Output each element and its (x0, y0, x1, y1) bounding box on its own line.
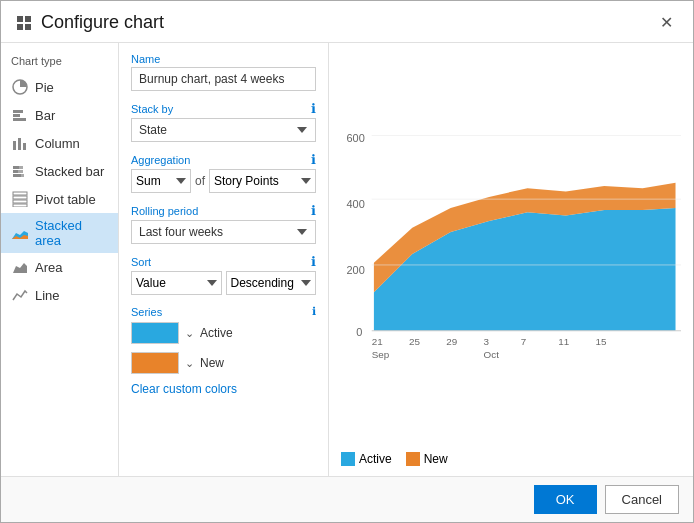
aggregation-field-select[interactable]: Story Points (209, 169, 316, 193)
ok-button[interactable]: OK (534, 485, 597, 514)
sort-info-icon[interactable]: ℹ (311, 254, 316, 269)
aggregation-label: Aggregation ℹ (131, 152, 316, 167)
chart-type-stacked-bar[interactable]: Stacked bar (1, 157, 118, 185)
stack-by-info-icon[interactable]: ℹ (311, 101, 316, 116)
chart-type-pivot[interactable]: Pivot table (1, 185, 118, 213)
area-label: Area (35, 260, 62, 275)
pie-icon (11, 78, 29, 96)
clear-colors-link[interactable]: Clear custom colors (131, 382, 237, 396)
legend-active-swatch (341, 452, 355, 466)
svg-rect-16 (21, 174, 24, 177)
series-group: Series ℹ ⌄ Active ⌄ New Clear custom col… (131, 305, 316, 396)
name-input[interactable] (131, 67, 316, 91)
svg-rect-2 (17, 24, 23, 30)
x-label-3: 3 (484, 336, 490, 347)
column-icon (11, 134, 29, 152)
svg-rect-15 (13, 174, 21, 177)
name-label: Name (131, 53, 316, 65)
sort-group: Sort ℹ Value Descending (131, 254, 316, 295)
svg-rect-1 (25, 16, 31, 22)
x-label-15: 15 (595, 336, 606, 347)
svg-rect-11 (13, 166, 19, 169)
dialog-title-bar: Configure chart ✕ (1, 1, 693, 43)
svg-rect-17 (13, 192, 27, 195)
new-series-name: New (200, 356, 224, 370)
stacked-bar-label: Stacked bar (35, 164, 104, 179)
legend-new: New (406, 452, 448, 466)
aggregation-sum-select[interactable]: Sum (131, 169, 191, 193)
svg-rect-3 (25, 24, 31, 30)
sort-row: Value Descending (131, 271, 316, 295)
active-series-name: Active (200, 326, 233, 340)
new-chevron-icon[interactable]: ⌄ (185, 357, 194, 370)
y-label-200: 200 (346, 264, 364, 276)
svg-rect-18 (13, 196, 27, 199)
y-label-0: 0 (356, 326, 362, 338)
svg-rect-10 (23, 143, 26, 150)
sort-order-select[interactable]: Descending (226, 271, 317, 295)
config-panel: Name Stack by ℹ State Aggregation ℹ (119, 43, 329, 476)
chart-type-column[interactable]: Column (1, 129, 118, 157)
chart-type-stacked-area[interactable]: Stacked area (1, 213, 118, 253)
new-color-swatch[interactable] (131, 352, 179, 374)
series-item-new: ⌄ New (131, 348, 316, 378)
series-item-active: ⌄ Active (131, 318, 316, 348)
month-sep: Sep (372, 349, 390, 360)
rolling-period-group: Rolling period ℹ Last four weeks (131, 203, 316, 244)
dialog-title-icon (15, 14, 33, 32)
svg-rect-5 (13, 110, 23, 113)
chart-type-area[interactable]: Area (1, 253, 118, 281)
chart-type-bar[interactable]: Bar (1, 101, 118, 129)
area-icon (11, 258, 29, 276)
chart-legend: Active New (341, 452, 681, 466)
active-color-swatch[interactable] (131, 322, 179, 344)
y-label-400: 400 (346, 198, 364, 210)
chart-preview-panel: 600 400 200 0 21 25 29 3 7 (329, 43, 693, 476)
svg-rect-8 (13, 141, 16, 150)
pivot-label: Pivot table (35, 192, 96, 207)
rolling-period-select[interactable]: Last four weeks (131, 220, 316, 244)
configure-chart-dialog: Configure chart ✕ Chart type Pie (0, 0, 694, 523)
aggregation-group: Aggregation ℹ Sum of Story Points (131, 152, 316, 193)
svg-rect-13 (13, 170, 18, 173)
legend-active-label: Active (359, 452, 392, 466)
svg-rect-7 (13, 118, 26, 121)
svg-marker-23 (13, 263, 27, 273)
sort-label: Sort ℹ (131, 254, 316, 269)
rolling-period-label: Rolling period ℹ (131, 203, 316, 218)
pie-label: Pie (35, 80, 54, 95)
svg-rect-20 (13, 204, 27, 207)
stacked-bar-icon (11, 162, 29, 180)
chart-area: 600 400 200 0 21 25 29 3 7 (341, 53, 681, 444)
chart-svg: 600 400 200 0 21 25 29 3 7 (341, 53, 681, 444)
rolling-period-info-icon[interactable]: ℹ (311, 203, 316, 218)
line-label: Line (35, 288, 60, 303)
aggregation-row: Sum of Story Points (131, 169, 316, 193)
series-label: Series ℹ (131, 305, 316, 318)
chart-type-pie[interactable]: Pie (1, 73, 118, 101)
stack-by-select[interactable]: State (131, 118, 316, 142)
bar-label: Bar (35, 108, 55, 123)
legend-new-label: New (424, 452, 448, 466)
aggregation-info-icon[interactable]: ℹ (311, 152, 316, 167)
pivot-icon (11, 190, 29, 208)
of-text: of (195, 174, 205, 188)
close-button[interactable]: ✕ (654, 11, 679, 34)
active-chevron-icon[interactable]: ⌄ (185, 327, 194, 340)
sort-field-select[interactable]: Value (131, 271, 222, 295)
x-label-11: 11 (558, 336, 569, 347)
svg-rect-9 (18, 138, 21, 150)
legend-new-swatch (406, 452, 420, 466)
dialog-title: Configure chart (41, 12, 654, 33)
series-info-icon[interactable]: ℹ (312, 305, 316, 318)
svg-rect-12 (19, 166, 23, 169)
svg-rect-14 (18, 170, 23, 173)
chart-type-header: Chart type (1, 51, 118, 73)
x-label-29: 29 (446, 336, 457, 347)
cancel-button[interactable]: Cancel (605, 485, 679, 514)
name-group: Name (131, 53, 316, 91)
chart-type-line[interactable]: Line (1, 281, 118, 309)
y-label-600: 600 (346, 132, 364, 144)
legend-active: Active (341, 452, 392, 466)
svg-rect-0 (17, 16, 23, 22)
